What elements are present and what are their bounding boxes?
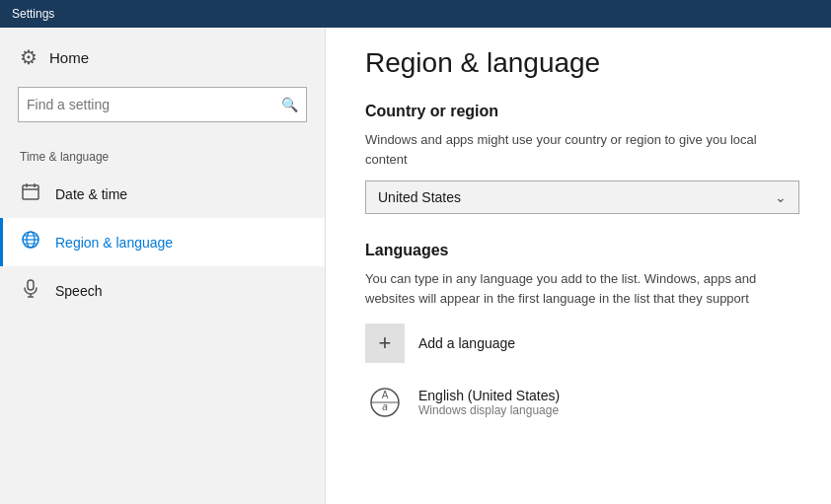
svg-rect-9 (28, 280, 34, 290)
sidebar: ⚙ Home 🔍 Time & language Date & time (0, 28, 326, 504)
language-entry: A a English (United States) Windows disp… (365, 383, 792, 422)
search-icon: 🔍 (281, 97, 298, 112)
languages-section: Languages You can type in any language y… (365, 242, 792, 422)
mic-icon (20, 278, 41, 303)
title-bar-label: Settings (12, 7, 54, 21)
country-selected-value: United States (378, 189, 461, 205)
add-language-label: Add a language (418, 335, 515, 351)
svg-text:a: a (382, 401, 388, 412)
country-dropdown[interactable]: United States ⌄ (365, 180, 799, 214)
home-icon: ⚙ (20, 45, 38, 69)
svg-rect-0 (23, 185, 38, 199)
sidebar-home-button[interactable]: ⚙ Home (0, 28, 325, 87)
plus-icon: + (365, 324, 405, 363)
language-sub: Windows display language (418, 403, 560, 417)
add-language-button[interactable]: + Add a language (365, 324, 792, 363)
globe-icon (20, 230, 41, 254)
sidebar-item-speech[interactable]: Speech (0, 266, 325, 315)
sidebar-date-time-label: Date & time (55, 186, 127, 202)
chevron-down-icon: ⌄ (775, 189, 787, 205)
language-info: English (United States) Windows display … (418, 388, 560, 417)
svg-text:A: A (382, 390, 389, 400)
sidebar-item-region-language[interactable]: Region & language (0, 218, 325, 266)
country-section-title: Country or region (365, 103, 792, 120)
country-section-desc: Windows and apps might use your country … (365, 130, 792, 169)
title-bar: Settings (0, 0, 831, 28)
languages-desc: You can type in any language you add to … (365, 269, 792, 308)
home-label: Home (49, 49, 89, 66)
page-title: Region & language (365, 47, 792, 79)
sidebar-region-label: Region & language (55, 235, 173, 251)
language-icon: A a (365, 383, 405, 422)
calendar-icon (20, 181, 41, 206)
sidebar-item-date-time[interactable]: Date & time (0, 170, 325, 218)
main-content: Region & language Country or region Wind… (326, 28, 831, 504)
search-box[interactable]: 🔍 (18, 87, 307, 122)
languages-section-title: Languages (365, 242, 792, 259)
language-name: English (United States) (418, 388, 560, 403)
sidebar-section-label: Time & language (0, 140, 325, 170)
sidebar-speech-label: Speech (55, 283, 102, 299)
search-input[interactable] (27, 97, 281, 112)
